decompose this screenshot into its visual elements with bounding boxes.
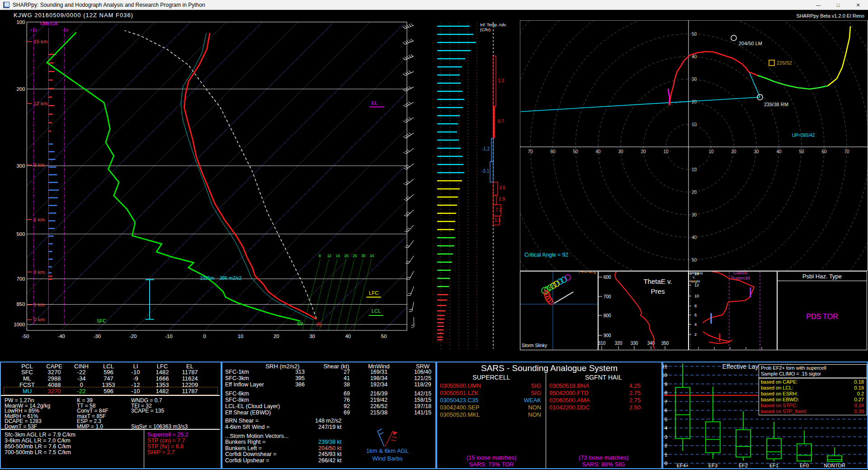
sars-supercell-match: 03050423.C35 xyxy=(440,397,478,404)
stp-y-label: 10 xyxy=(663,372,667,378)
pressure-label: 700 xyxy=(17,276,25,282)
mixing-ratio-label: 8 xyxy=(319,254,321,258)
isotherm-line-blue xyxy=(384,22,436,330)
kinem-shear: 38 xyxy=(323,381,350,388)
advection-bar xyxy=(493,182,498,195)
wind-barb xyxy=(403,131,414,139)
kinem-srw: 141/15 xyxy=(409,409,436,416)
minimize-button[interactable]: — xyxy=(808,0,828,10)
stp-y-label: 4 xyxy=(665,425,667,431)
temp-axis-label: 20 xyxy=(274,334,279,339)
sars-supercell-match: 03050501.LZK xyxy=(440,390,478,396)
mixing-ratio-label: 30 xyxy=(361,254,366,258)
hodo-axis-label: 60 xyxy=(550,149,556,154)
profile-lines xyxy=(47,31,316,321)
left-mover-label: 204/50 LM xyxy=(739,41,762,46)
hodo-axis-label: 10 xyxy=(692,122,697,127)
lapse-rate: 850-500mb LR = 7.6 C/km xyxy=(5,443,71,450)
advection-value: 7.2 xyxy=(495,207,502,212)
storm-motion-value: 239/38 kt xyxy=(318,439,341,445)
stp-legend-row: based on STPC:0.34 xyxy=(759,403,867,409)
kinematics-panel: SRH (m2/s2)Shear (kt)MnWindSRWSFC-1km313… xyxy=(222,362,436,469)
lfc-label: LFC xyxy=(369,290,378,296)
wind-barb xyxy=(403,69,414,76)
eff-inflow-height-label: 2325m xyxy=(200,276,214,281)
hodo-axis-label: 40 xyxy=(776,149,782,154)
mixing-ratio-label: 20 xyxy=(344,254,349,258)
wind-barb xyxy=(405,223,414,233)
srwind-height-panel[interactable]: SRWindv.Height1412108642ClassicSupercell xyxy=(689,271,777,350)
mixing-ratio-line xyxy=(302,259,321,331)
stp-y-label: 1 xyxy=(665,452,667,457)
hodo-axis-label: 30 xyxy=(754,149,759,154)
maximize-button[interactable]: □ xyxy=(828,0,848,10)
app-icon xyxy=(3,2,9,8)
stp-box xyxy=(736,430,750,457)
stp-legend-line1: Prob EF2+ torn with supercell xyxy=(761,365,865,371)
parcel-cell: SFC xyxy=(14,369,40,376)
hodograph-plot[interactable]: 7060504030201010203040506070102030405010… xyxy=(520,20,868,271)
kinem-srw: 118/29 xyxy=(409,381,436,388)
dewpoint-line xyxy=(47,32,301,321)
pressure-label: 300 xyxy=(17,163,25,169)
storm-barb-icon xyxy=(365,427,406,448)
parcel-cell: -34 xyxy=(69,375,94,382)
advection-title: Inf. Temp. Adv. xyxy=(480,23,507,27)
hodo-axis-label: 70 xyxy=(528,149,533,154)
hodo-axis-label: 30 xyxy=(618,149,623,154)
storm-motion-label: Corfidi Downshear = xyxy=(225,451,277,457)
parcel-cell: 747 xyxy=(96,375,121,382)
thetae-x-label: 350 xyxy=(661,341,669,346)
advection-strip[interactable]: Inf. Temp. Adv.(C/hr)1.30.7-1.2-3.13.62.… xyxy=(436,20,520,352)
hodo-axis-label: 50 xyxy=(692,32,697,37)
isotherm-line-blue xyxy=(312,22,436,330)
stp-legend-row: based on CAPE:0.18 xyxy=(759,379,867,385)
parcel-cell: 1482 xyxy=(150,369,175,376)
srwind-y-label: 8 xyxy=(694,304,697,308)
stp-y-label: 7 xyxy=(665,399,667,404)
mixing-ratio-label: 34 xyxy=(370,254,374,258)
close-button[interactable]: ✕ xyxy=(848,0,868,10)
kinem-mnwind: 198/34 xyxy=(365,375,392,381)
kinem-srh: 313 xyxy=(278,369,305,375)
stp-y-label: 2 xyxy=(665,443,667,448)
thetae-pres-panel[interactable]: 600700800900310320330340350ThetaE v.Pres xyxy=(598,271,689,350)
advection-units: (C/hr) xyxy=(480,28,491,32)
srwind-y-label: 14 xyxy=(694,272,699,276)
advection-value: 1.3 xyxy=(498,78,504,83)
lapse-rate: Sfc-3km AGL LR = 7.9 C/km xyxy=(5,432,75,438)
mu-row-highlight xyxy=(4,387,218,395)
skewt-plot[interactable]: 8121620253034100200300500700850100015 km… xyxy=(0,20,436,362)
station-time-label: KJWG 20160509/0000 (12Z NAM F036) xyxy=(14,12,133,19)
storm-slinky-panel[interactable]: 74.0 degStorm Slinky xyxy=(520,271,598,350)
isotherm-line-blue xyxy=(0,22,47,330)
temp-axis-label: -20 xyxy=(129,334,137,339)
wind-barb xyxy=(403,146,414,155)
parcel-cell: 1666 xyxy=(150,375,175,382)
kinem-row-label: LCL-EL (Cloud Layer) xyxy=(225,403,280,409)
srwind-y-label: 12 xyxy=(694,283,699,287)
kinem-srw: 106/40 xyxy=(409,369,436,375)
wind-barb xyxy=(404,207,414,217)
stp-legend-value: 0.34 xyxy=(854,403,864,409)
stp-y-label: 5 xyxy=(665,417,667,422)
stp-y-label: 6 xyxy=(665,408,667,413)
kinem-shear: 92 xyxy=(323,403,350,409)
window-title: SHARPpy: Sounding and Hodograph Analysis… xyxy=(13,2,205,8)
advection-bar xyxy=(493,195,496,205)
brn-shear-label: BRN Shear = xyxy=(225,418,259,424)
barb-caption2: Wind Barbs xyxy=(358,455,417,462)
isotherm-line xyxy=(0,22,47,330)
hodograph-trace-segment xyxy=(758,75,828,89)
omega-title: OMEGA xyxy=(40,21,58,26)
stp-category-label: EF1 xyxy=(769,463,778,468)
kinem-row-label: SFC-8km xyxy=(225,397,249,403)
storm-motion-label: Bunkers Right = xyxy=(225,439,265,445)
storm-motion-label: Corfidi Upshear = xyxy=(225,457,269,464)
stp-legend-label: based on CAPE: xyxy=(761,379,797,385)
stp-category-label: EF3 xyxy=(708,463,717,468)
isotherm-line-blue xyxy=(169,22,436,330)
hodo-axis-label: 30 xyxy=(692,77,697,82)
advection-value: -1.2 xyxy=(482,146,490,151)
stp-legend-label: based on EBWD: xyxy=(761,397,799,403)
